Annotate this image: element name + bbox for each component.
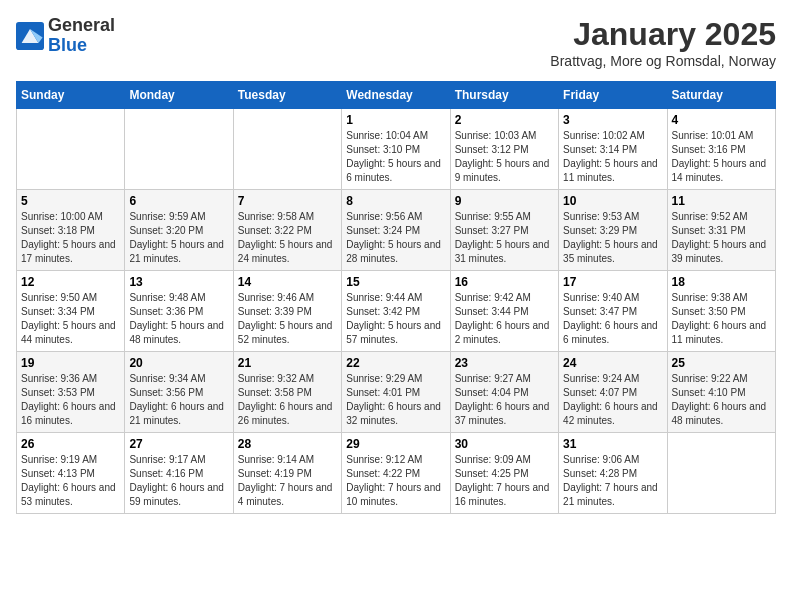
logo-general: General (48, 16, 115, 36)
day-info: Sunrise: 9:12 AMSunset: 4:22 PMDaylight:… (346, 453, 445, 509)
day-number: 22 (346, 356, 445, 370)
day-number: 29 (346, 437, 445, 451)
day-info: Sunrise: 9:34 AMSunset: 3:56 PMDaylight:… (129, 372, 228, 428)
calendar-cell: 17Sunrise: 9:40 AMSunset: 3:47 PMDayligh… (559, 271, 667, 352)
day-number: 5 (21, 194, 120, 208)
day-number: 1 (346, 113, 445, 127)
day-info: Sunrise: 9:52 AMSunset: 3:31 PMDaylight:… (672, 210, 771, 266)
logo: General Blue (16, 16, 115, 56)
day-info: Sunrise: 9:27 AMSunset: 4:04 PMDaylight:… (455, 372, 554, 428)
day-info: Sunrise: 9:48 AMSunset: 3:36 PMDaylight:… (129, 291, 228, 347)
day-info: Sunrise: 9:06 AMSunset: 4:28 PMDaylight:… (563, 453, 662, 509)
calendar-cell (667, 433, 775, 514)
calendar-cell (17, 109, 125, 190)
calendar-cell: 19Sunrise: 9:36 AMSunset: 3:53 PMDayligh… (17, 352, 125, 433)
day-number: 4 (672, 113, 771, 127)
calendar-header-wednesday: Wednesday (342, 82, 450, 109)
day-info: Sunrise: 9:32 AMSunset: 3:58 PMDaylight:… (238, 372, 337, 428)
calendar-cell: 4Sunrise: 10:01 AMSunset: 3:16 PMDayligh… (667, 109, 775, 190)
day-number: 25 (672, 356, 771, 370)
calendar-cell: 2Sunrise: 10:03 AMSunset: 3:12 PMDayligh… (450, 109, 558, 190)
calendar-cell: 26Sunrise: 9:19 AMSunset: 4:13 PMDayligh… (17, 433, 125, 514)
calendar-cell: 31Sunrise: 9:06 AMSunset: 4:28 PMDayligh… (559, 433, 667, 514)
calendar-header-monday: Monday (125, 82, 233, 109)
calendar-week-4: 19Sunrise: 9:36 AMSunset: 3:53 PMDayligh… (17, 352, 776, 433)
day-number: 20 (129, 356, 228, 370)
calendar-cell: 18Sunrise: 9:38 AMSunset: 3:50 PMDayligh… (667, 271, 775, 352)
day-number: 6 (129, 194, 228, 208)
day-info: Sunrise: 9:46 AMSunset: 3:39 PMDaylight:… (238, 291, 337, 347)
day-info: Sunrise: 9:59 AMSunset: 3:20 PMDaylight:… (129, 210, 228, 266)
day-number: 17 (563, 275, 662, 289)
day-info: Sunrise: 9:29 AMSunset: 4:01 PMDaylight:… (346, 372, 445, 428)
day-info: Sunrise: 9:53 AMSunset: 3:29 PMDaylight:… (563, 210, 662, 266)
day-number: 24 (563, 356, 662, 370)
calendar-cell: 21Sunrise: 9:32 AMSunset: 3:58 PMDayligh… (233, 352, 341, 433)
calendar-cell: 12Sunrise: 9:50 AMSunset: 3:34 PMDayligh… (17, 271, 125, 352)
logo-icon (16, 22, 44, 50)
calendar-header-friday: Friday (559, 82, 667, 109)
day-number: 26 (21, 437, 120, 451)
day-info: Sunrise: 9:40 AMSunset: 3:47 PMDaylight:… (563, 291, 662, 347)
calendar-header-sunday: Sunday (17, 82, 125, 109)
calendar-cell: 22Sunrise: 9:29 AMSunset: 4:01 PMDayligh… (342, 352, 450, 433)
day-info: Sunrise: 10:01 AMSunset: 3:16 PMDaylight… (672, 129, 771, 185)
day-info: Sunrise: 9:36 AMSunset: 3:53 PMDaylight:… (21, 372, 120, 428)
calendar-cell: 13Sunrise: 9:48 AMSunset: 3:36 PMDayligh… (125, 271, 233, 352)
day-info: Sunrise: 9:17 AMSunset: 4:16 PMDaylight:… (129, 453, 228, 509)
day-info: Sunrise: 9:58 AMSunset: 3:22 PMDaylight:… (238, 210, 337, 266)
calendar-header-saturday: Saturday (667, 82, 775, 109)
day-number: 18 (672, 275, 771, 289)
calendar-cell: 23Sunrise: 9:27 AMSunset: 4:04 PMDayligh… (450, 352, 558, 433)
day-number: 21 (238, 356, 337, 370)
day-number: 13 (129, 275, 228, 289)
calendar-cell: 20Sunrise: 9:34 AMSunset: 3:56 PMDayligh… (125, 352, 233, 433)
day-info: Sunrise: 9:42 AMSunset: 3:44 PMDaylight:… (455, 291, 554, 347)
calendar-cell: 30Sunrise: 9:09 AMSunset: 4:25 PMDayligh… (450, 433, 558, 514)
day-number: 10 (563, 194, 662, 208)
day-number: 11 (672, 194, 771, 208)
day-number: 9 (455, 194, 554, 208)
day-number: 19 (21, 356, 120, 370)
calendar-cell: 28Sunrise: 9:14 AMSunset: 4:19 PMDayligh… (233, 433, 341, 514)
day-number: 2 (455, 113, 554, 127)
day-info: Sunrise: 9:14 AMSunset: 4:19 PMDaylight:… (238, 453, 337, 509)
calendar-cell: 7Sunrise: 9:58 AMSunset: 3:22 PMDaylight… (233, 190, 341, 271)
calendar-cell (233, 109, 341, 190)
day-number: 12 (21, 275, 120, 289)
day-info: Sunrise: 9:56 AMSunset: 3:24 PMDaylight:… (346, 210, 445, 266)
day-info: Sunrise: 9:50 AMSunset: 3:34 PMDaylight:… (21, 291, 120, 347)
location-subtitle: Brattvag, More og Romsdal, Norway (550, 53, 776, 69)
day-info: Sunrise: 9:24 AMSunset: 4:07 PMDaylight:… (563, 372, 662, 428)
day-number: 15 (346, 275, 445, 289)
day-number: 23 (455, 356, 554, 370)
page-header: General Blue January 2025 Brattvag, More… (16, 16, 776, 69)
calendar-header-thursday: Thursday (450, 82, 558, 109)
day-number: 7 (238, 194, 337, 208)
calendar-cell: 25Sunrise: 9:22 AMSunset: 4:10 PMDayligh… (667, 352, 775, 433)
calendar-cell: 9Sunrise: 9:55 AMSunset: 3:27 PMDaylight… (450, 190, 558, 271)
month-title: January 2025 (550, 16, 776, 53)
day-number: 8 (346, 194, 445, 208)
calendar-week-2: 5Sunrise: 10:00 AMSunset: 3:18 PMDayligh… (17, 190, 776, 271)
calendar-cell: 11Sunrise: 9:52 AMSunset: 3:31 PMDayligh… (667, 190, 775, 271)
day-number: 31 (563, 437, 662, 451)
calendar-cell: 8Sunrise: 9:56 AMSunset: 3:24 PMDaylight… (342, 190, 450, 271)
calendar-week-1: 1Sunrise: 10:04 AMSunset: 3:10 PMDayligh… (17, 109, 776, 190)
calendar-table: SundayMondayTuesdayWednesdayThursdayFrid… (16, 81, 776, 514)
day-number: 3 (563, 113, 662, 127)
calendar-header-tuesday: Tuesday (233, 82, 341, 109)
calendar-week-5: 26Sunrise: 9:19 AMSunset: 4:13 PMDayligh… (17, 433, 776, 514)
calendar-cell: 14Sunrise: 9:46 AMSunset: 3:39 PMDayligh… (233, 271, 341, 352)
day-info: Sunrise: 9:55 AMSunset: 3:27 PMDaylight:… (455, 210, 554, 266)
day-info: Sunrise: 9:44 AMSunset: 3:42 PMDaylight:… (346, 291, 445, 347)
day-info: Sunrise: 9:09 AMSunset: 4:25 PMDaylight:… (455, 453, 554, 509)
day-info: Sunrise: 9:38 AMSunset: 3:50 PMDaylight:… (672, 291, 771, 347)
day-info: Sunrise: 10:02 AMSunset: 3:14 PMDaylight… (563, 129, 662, 185)
day-number: 27 (129, 437, 228, 451)
calendar-cell: 6Sunrise: 9:59 AMSunset: 3:20 PMDaylight… (125, 190, 233, 271)
calendar-cell: 16Sunrise: 9:42 AMSunset: 3:44 PMDayligh… (450, 271, 558, 352)
calendar-cell: 1Sunrise: 10:04 AMSunset: 3:10 PMDayligh… (342, 109, 450, 190)
day-number: 14 (238, 275, 337, 289)
day-number: 30 (455, 437, 554, 451)
